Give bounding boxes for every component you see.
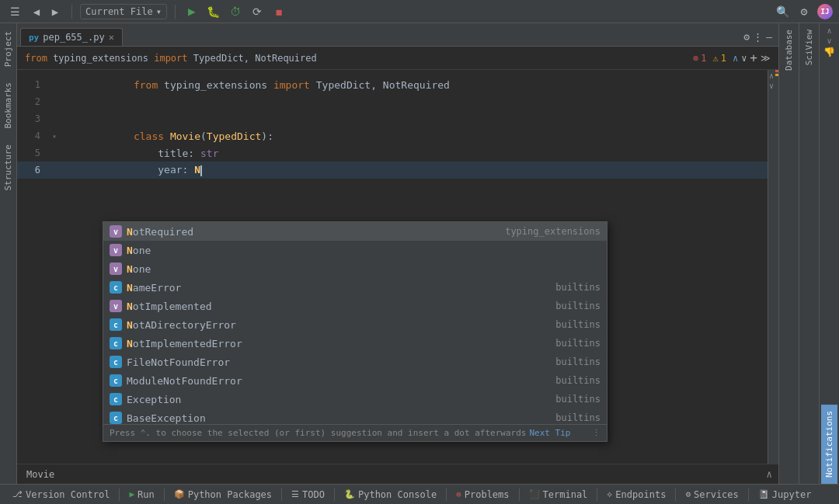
app-logo: IJ bbox=[817, 4, 833, 19]
project-tab[interactable]: Project bbox=[0, 23, 16, 75]
ac-icon-c-notimplementederror: c bbox=[110, 337, 122, 349]
bottom-status-bar: ⎇ Version Control ▶ Run 📦 Python Package… bbox=[0, 484, 839, 504]
file-info-bar: from typing_extensions import TypedDict,… bbox=[17, 47, 778, 70]
ac-name-none-2: None bbox=[127, 263, 596, 275]
code-editor[interactable]: 1 from typing_extensions import TypedDic… bbox=[17, 70, 768, 464]
ac-item-notimplementederror[interactable]: c NotImplementedError builtins bbox=[103, 334, 607, 353]
ac-name-notrequired: NotRequired bbox=[127, 226, 500, 238]
ac-icon-c-nameerror: c bbox=[110, 281, 122, 294]
tab-filename: pep_655_.py bbox=[43, 32, 104, 43]
file-info-actions: ∧ ∨ + ≫ bbox=[733, 50, 771, 65]
todo-status[interactable]: ☰ TODO bbox=[285, 488, 331, 502]
thumbs-down-icon[interactable]: 👎 bbox=[823, 47, 835, 57]
database-tab[interactable]: Database bbox=[781, 23, 797, 77]
more-options-button[interactable]: ≫ bbox=[761, 53, 771, 64]
ac-item-modulenotfounderror[interactable]: c ModuleNotFoundError builtins bbox=[103, 371, 607, 390]
tab-settings-icon[interactable]: ⚙ bbox=[743, 31, 750, 43]
sciview-tab[interactable]: SciView bbox=[801, 23, 817, 71]
toolbar-sep-1 bbox=[71, 5, 72, 19]
profile-button[interactable]: ⟳ bbox=[249, 3, 266, 20]
ac-source-notrequired: typing_extensions bbox=[505, 226, 601, 237]
forward-button[interactable]: ▶ bbox=[47, 3, 64, 20]
back-button[interactable]: ◀ bbox=[28, 3, 45, 20]
python-console-label: Python Console bbox=[358, 489, 437, 500]
collapse-errors-button[interactable]: ∨ bbox=[741, 53, 747, 64]
terminal-status[interactable]: ⬛ Terminal bbox=[523, 488, 594, 502]
ac-item-exception[interactable]: c Exception builtins bbox=[103, 390, 607, 408]
ac-icon-c-modulenotfounderror: c bbox=[110, 374, 122, 387]
line-num-4: 4 bbox=[17, 130, 48, 141]
next-tip-button[interactable]: Next Tip bbox=[529, 428, 570, 438]
python-packages-icon: 📦 bbox=[174, 489, 185, 499]
bookmarks-tab[interactable]: Bookmarks bbox=[0, 75, 16, 137]
editor-tab-bar: py pep_655_.py ✕ ⚙ ⋮ — bbox=[17, 23, 778, 47]
ac-icon-v-notimplemented: v bbox=[110, 300, 122, 312]
ac-item-filenotfounderror[interactable]: c FileNotFoundError builtins bbox=[103, 353, 607, 371]
tab-options-icon[interactable]: ⋮ bbox=[753, 31, 763, 43]
expand-down-icon[interactable]: ∨ bbox=[769, 82, 774, 90]
run-label: Run bbox=[138, 489, 155, 500]
warning-scroll-marker bbox=[775, 74, 778, 76]
ac-source-exception: builtins bbox=[555, 394, 601, 405]
line-num-5: 5 bbox=[17, 148, 48, 158]
add-line-button[interactable]: + bbox=[750, 50, 757, 65]
notif-scroll-down-icon[interactable]: ∨ bbox=[827, 36, 831, 45]
ac-source-filenotfounderror: builtins bbox=[555, 356, 601, 367]
ac-name-modulenotfounderror: ModuleNotFoundError bbox=[127, 375, 551, 387]
jupyter-icon: 📓 bbox=[758, 489, 769, 499]
notifications-panel: ∧ ∨ 👎 Notifications bbox=[819, 23, 839, 484]
ac-item-baseexception[interactable]: c BaseException builtins bbox=[103, 408, 607, 424]
tab-close-button[interactable]: ✕ bbox=[109, 32, 114, 43]
run-button[interactable]: ▶ bbox=[183, 3, 200, 20]
ac-name-exception: Exception bbox=[127, 394, 551, 405]
editor-scrollbar[interactable]: ∧ ∨ bbox=[768, 70, 778, 464]
jupyter-status[interactable]: 📓 Jupyter bbox=[752, 488, 818, 502]
ac-item-none-1[interactable]: v None bbox=[103, 241, 607, 259]
status-sep-5 bbox=[446, 488, 447, 501]
expand-errors-button[interactable]: ∧ bbox=[733, 53, 738, 64]
notifications-tab[interactable]: Notifications bbox=[821, 405, 837, 484]
stop-button[interactable]: ◼ bbox=[270, 3, 287, 20]
expand-bottom-button[interactable]: ∧ bbox=[766, 468, 778, 480]
endpoints-status[interactable]: ⟡ Endpoints bbox=[601, 488, 672, 502]
run-status[interactable]: ▶ Run bbox=[123, 488, 160, 502]
ac-icon-c-baseexception: c bbox=[110, 412, 122, 424]
warning-count: 1 bbox=[721, 53, 726, 64]
ac-item-none-2[interactable]: v None bbox=[103, 259, 607, 278]
python-packages-status[interactable]: 📦 Python Packages bbox=[168, 488, 278, 502]
error-badge[interactable]: ⊗ 1 bbox=[693, 53, 706, 64]
problems-status[interactable]: ⊗ Problems bbox=[450, 488, 515, 502]
movie-class-label: Movie bbox=[17, 469, 64, 480]
current-file-dropdown[interactable]: Current File ▾ bbox=[80, 4, 167, 19]
settings-button[interactable]: ⚙ bbox=[795, 3, 813, 20]
expand-up-icon[interactable]: ∧ bbox=[769, 71, 774, 80]
ac-item-notrequired[interactable]: v NotRequired typing_extensions bbox=[103, 222, 607, 241]
autocomplete-footer: Press ⌃. to choose the selected (or firs… bbox=[103, 424, 607, 441]
ac-icon-c-exception: c bbox=[110, 393, 122, 405]
tab-collapse-icon[interactable]: — bbox=[766, 31, 772, 43]
ac-item-notimplemented[interactable]: v NotImplemented builtins bbox=[103, 297, 607, 315]
notif-scroll-up-icon[interactable]: ∧ bbox=[827, 26, 831, 35]
debug-button[interactable]: 🐛 bbox=[205, 3, 222, 20]
recent-files-icon[interactable]: ☰ bbox=[6, 3, 23, 20]
coverage-button[interactable]: ⏱ bbox=[227, 3, 244, 20]
ac-item-notadirectoryerror[interactable]: c NotADirectoryError builtins bbox=[103, 315, 607, 334]
line-num-6: 6 bbox=[17, 165, 48, 176]
error-count: 1 bbox=[701, 53, 706, 64]
file-tab-pep655[interactable]: py pep_655_.py ✕ bbox=[20, 28, 123, 46]
version-control-status[interactable]: ⎇ Version Control bbox=[6, 488, 116, 502]
ac-item-nameerror[interactable]: c NameError builtins bbox=[103, 278, 607, 297]
current-file-label: Current File bbox=[85, 6, 153, 17]
python-console-status[interactable]: 🐍 Python Console bbox=[338, 488, 443, 502]
ac-footer-more-button[interactable]: ⋮ bbox=[592, 428, 601, 438]
gutter-4[interactable]: ▾ bbox=[48, 132, 61, 141]
search-button[interactable]: 🔍 bbox=[774, 3, 791, 20]
structure-tab[interactable]: Structure bbox=[0, 137, 16, 199]
fold-icon-4[interactable]: ▾ bbox=[52, 132, 57, 141]
services-status[interactable]: ⚙ Services bbox=[679, 488, 744, 502]
services-label: Services bbox=[694, 489, 739, 500]
warning-badge[interactable]: ⚠ 1 bbox=[712, 53, 726, 64]
services-icon: ⚙ bbox=[685, 489, 691, 499]
status-sep-6 bbox=[519, 488, 520, 501]
code-line-2: 2 bbox=[17, 93, 768, 110]
